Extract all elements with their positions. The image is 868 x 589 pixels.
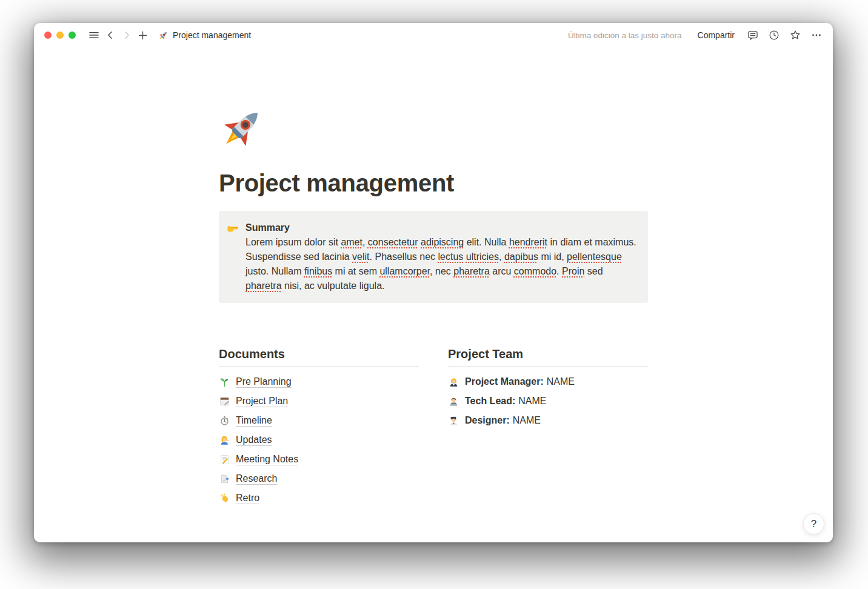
last-edited-status: Última edición a las justo ahora	[568, 31, 682, 40]
documents-heading: Documents	[219, 347, 419, 367]
titlebar: Project management Última edición a las …	[34, 23, 833, 47]
list-item: Timeline	[219, 411, 419, 430]
comments-icon[interactable]	[744, 27, 761, 44]
nav-back-icon[interactable]	[102, 27, 118, 44]
titlebar-actions: Última edición a las justo ahora Compart…	[568, 27, 824, 44]
minimize-window-button[interactable]	[56, 32, 64, 39]
doc-link-project-plan[interactable]: Project Plan	[236, 396, 288, 407]
stopwatch-emoji	[219, 415, 230, 427]
team-name-project-manager: NAME	[547, 376, 575, 387]
list-item: Project Manager:NAME	[448, 372, 648, 391]
doc-link-research[interactable]: Research	[236, 473, 277, 484]
clapping-hands-emoji	[219, 493, 230, 504]
team-heading: Project Team	[448, 347, 648, 367]
window-controls	[44, 32, 76, 39]
list-item: Pre Planning	[219, 372, 419, 391]
memo-emoji	[219, 454, 230, 465]
pointing-right-emoji	[226, 222, 239, 235]
bookmark-tabs-emoji	[219, 473, 230, 485]
doc-link-updates[interactable]: Updates	[236, 434, 272, 445]
doc-link-retro[interactable]: Retro	[236, 493, 259, 504]
rocket-emoji	[158, 30, 169, 41]
team-name-tech-lead: NAME	[518, 396, 546, 406]
new-tab-icon[interactable]	[135, 27, 151, 44]
list-item: Project Plan	[219, 391, 419, 411]
man-artist-emoji	[448, 415, 459, 427]
woman-office-worker-emoji	[448, 376, 459, 388]
team-column: Project Team Project Manager:NAME	[448, 347, 648, 508]
list-item: Research	[219, 469, 419, 488]
breadcrumb[interactable]: Project management	[158, 30, 251, 41]
history-clock-icon[interactable]	[766, 27, 782, 44]
favorite-star-icon[interactable]	[787, 27, 803, 44]
page-rocket-emoji[interactable]	[219, 104, 266, 151]
doc-link-pre-planning[interactable]: Pre Planning	[236, 376, 292, 387]
woman-tipping-hand-emoji	[219, 434, 230, 446]
team-list: Project Manager:NAME Tech Lead:NAME	[448, 372, 648, 430]
two-column-section: Documents Pre Planning	[219, 347, 648, 508]
summary-callout: Summary Lorem ipsum dolor sit amet, cons…	[219, 211, 648, 303]
close-window-button[interactable]	[44, 32, 52, 39]
doc-link-meeting-notes[interactable]: Meeting Notes	[236, 454, 298, 465]
team-role-tech-lead: Tech Lead:	[465, 396, 515, 406]
list-item: Tech Lead:NAME	[448, 391, 648, 411]
callout-heading: Summary	[245, 221, 638, 235]
list-item: Meeting Notes	[219, 450, 419, 469]
list-item: Updates	[219, 430, 419, 450]
documents-column: Documents Pre Planning	[219, 347, 419, 508]
list-item: Retro	[219, 488, 419, 508]
notepad-emoji	[219, 396, 230, 407]
app-window: Project management Última edición a las …	[34, 23, 833, 542]
documents-list: Pre Planning Project Plan	[219, 372, 419, 508]
page-title: Project management	[219, 168, 648, 198]
list-item: Designer:NAME	[448, 411, 648, 430]
sidebar-toggle-icon[interactable]	[85, 27, 102, 44]
doc-link-timeline[interactable]: Timeline	[236, 415, 272, 426]
team-name-designer: NAME	[513, 415, 541, 425]
seedling-emoji	[219, 376, 230, 388]
team-role-designer: Designer:	[465, 415, 510, 425]
zoom-window-button[interactable]	[68, 32, 76, 39]
more-options-icon[interactable]	[808, 27, 824, 44]
man-technologist-emoji	[448, 396, 459, 407]
callout-text: Lorem ipsum dolor sit amet, consectetur …	[245, 235, 638, 293]
team-role-project-manager: Project Manager:	[465, 376, 544, 387]
page-content: Project management Summary Lorem ipsum d…	[34, 47, 833, 542]
share-button[interactable]: Compartir	[693, 28, 739, 42]
nav-forward-icon	[118, 27, 135, 44]
help-button[interactable]: ?	[803, 513, 824, 534]
breadcrumb-page-title: Project management	[173, 30, 251, 40]
